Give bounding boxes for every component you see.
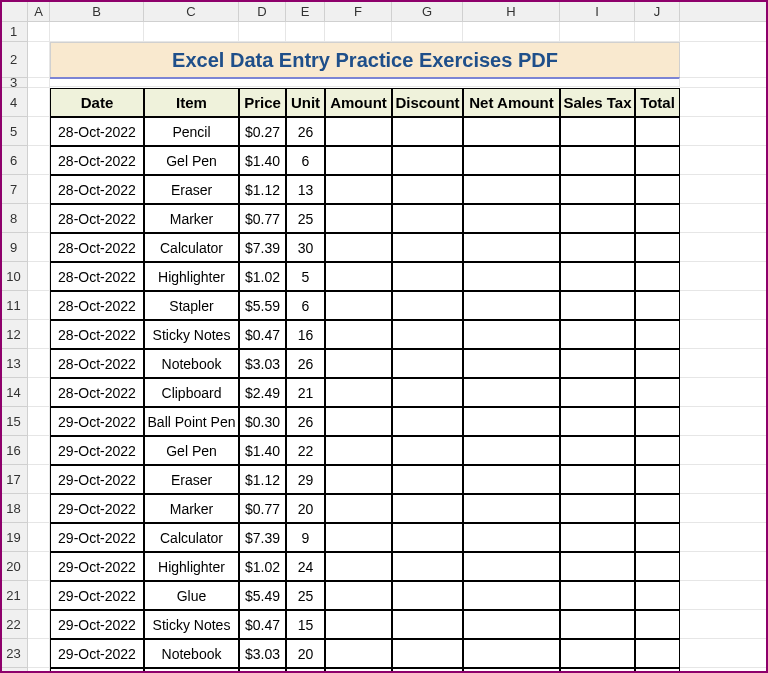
cell-unit[interactable]: 9 bbox=[286, 523, 325, 552]
row-head-17[interactable]: 17 bbox=[2, 465, 28, 494]
cell-item[interactable]: Calculator bbox=[144, 233, 239, 262]
cell-date[interactable]: 29-Oct-2022 bbox=[50, 436, 144, 465]
cell-empty[interactable] bbox=[635, 465, 680, 494]
cell-empty[interactable] bbox=[325, 494, 392, 523]
row-head-15[interactable]: 15 bbox=[2, 407, 28, 436]
cell-empty[interactable] bbox=[635, 523, 680, 552]
cell-empty[interactable] bbox=[392, 291, 463, 320]
cell-A23[interactable] bbox=[28, 639, 50, 668]
cell-empty[interactable] bbox=[463, 291, 560, 320]
cell-A11[interactable] bbox=[28, 291, 50, 320]
cell-empty[interactable] bbox=[635, 291, 680, 320]
cell-empty[interactable] bbox=[635, 407, 680, 436]
cell-empty[interactable] bbox=[463, 581, 560, 610]
cell-item[interactable]: Eraser bbox=[144, 175, 239, 204]
cell-price[interactable]: $0.47 bbox=[239, 320, 286, 349]
cell-A14[interactable] bbox=[28, 378, 50, 407]
cell-empty[interactable] bbox=[560, 610, 635, 639]
cell-unit[interactable]: 5 bbox=[286, 262, 325, 291]
cell-A3[interactable] bbox=[28, 78, 50, 88]
cell-blank[interactable] bbox=[392, 22, 463, 42]
cell-pad-15[interactable] bbox=[680, 407, 768, 436]
header-amount[interactable]: Amount bbox=[325, 88, 392, 117]
cell-unit[interactable]: 21 bbox=[286, 378, 325, 407]
row-head-20[interactable]: 20 bbox=[2, 552, 28, 581]
cell-empty[interactable] bbox=[325, 262, 392, 291]
cell-empty[interactable] bbox=[560, 233, 635, 262]
header-price[interactable]: Price bbox=[239, 88, 286, 117]
cell-unit[interactable]: 6 bbox=[286, 291, 325, 320]
cell-empty[interactable] bbox=[325, 668, 392, 673]
cell-item[interactable]: Glue bbox=[144, 581, 239, 610]
row-head-18[interactable]: 18 bbox=[2, 494, 28, 523]
cell-empty[interactable] bbox=[325, 320, 392, 349]
cell-empty[interactable] bbox=[635, 436, 680, 465]
cell-pad-17[interactable] bbox=[680, 465, 768, 494]
cell-pad-20[interactable] bbox=[680, 552, 768, 581]
header-item[interactable]: Item bbox=[144, 88, 239, 117]
cell-blank[interactable] bbox=[560, 22, 635, 42]
cell-pad-11[interactable] bbox=[680, 291, 768, 320]
cell-pad-21[interactable] bbox=[680, 581, 768, 610]
cell-date[interactable]: 28-Oct-2022 bbox=[50, 349, 144, 378]
cell-empty[interactable] bbox=[325, 204, 392, 233]
cell-empty[interactable] bbox=[392, 378, 463, 407]
cell-date[interactable]: 29-Oct-2022 bbox=[50, 639, 144, 668]
cell-empty[interactable] bbox=[325, 175, 392, 204]
cell-pad-24[interactable] bbox=[680, 668, 768, 673]
cell-price[interactable]: $7.39 bbox=[239, 233, 286, 262]
cell-empty[interactable] bbox=[392, 117, 463, 146]
row-head-7[interactable]: 7 bbox=[2, 175, 28, 204]
row-head-19[interactable]: 19 bbox=[2, 523, 28, 552]
row-head-23[interactable]: 23 bbox=[2, 639, 28, 668]
cell-blank[interactable] bbox=[144, 22, 239, 42]
cell-A7[interactable] bbox=[28, 175, 50, 204]
cell-item[interactable]: Eraser bbox=[144, 465, 239, 494]
cell-empty[interactable] bbox=[560, 668, 635, 673]
cell-unit[interactable]: 6 bbox=[286, 146, 325, 175]
cell-empty[interactable] bbox=[392, 494, 463, 523]
cell-item[interactable]: Highlighter bbox=[144, 552, 239, 581]
cell-item[interactable]: Gel Pen bbox=[144, 436, 239, 465]
cell-item[interactable]: Sticky Notes bbox=[144, 320, 239, 349]
cell-blank[interactable] bbox=[286, 22, 325, 42]
cell-A16[interactable] bbox=[28, 436, 50, 465]
cell-empty[interactable] bbox=[392, 523, 463, 552]
cell-pad-18[interactable] bbox=[680, 494, 768, 523]
cell-date[interactable]: 29-Oct-2022 bbox=[50, 668, 144, 673]
cell-A5[interactable] bbox=[28, 117, 50, 146]
cell-empty[interactable] bbox=[560, 291, 635, 320]
cell-pad-5[interactable] bbox=[680, 117, 768, 146]
row-head-16[interactable]: 16 bbox=[2, 436, 28, 465]
row-head-13[interactable]: 13 bbox=[2, 349, 28, 378]
cell-pad-7[interactable] bbox=[680, 175, 768, 204]
cell-empty[interactable] bbox=[560, 146, 635, 175]
cell-unit[interactable]: 20 bbox=[286, 494, 325, 523]
cell-price[interactable]: $3.03 bbox=[239, 349, 286, 378]
cell-price[interactable]: $1.12 bbox=[239, 175, 286, 204]
cell-empty[interactable] bbox=[463, 233, 560, 262]
row-head-4[interactable]: 4 bbox=[2, 88, 28, 117]
cell-empty[interactable] bbox=[560, 204, 635, 233]
col-head-J[interactable]: J bbox=[635, 2, 680, 22]
cell-empty[interactable] bbox=[392, 407, 463, 436]
row-head-3[interactable]: 3 bbox=[2, 78, 28, 88]
cell-empty[interactable] bbox=[635, 668, 680, 673]
cell-empty[interactable] bbox=[392, 639, 463, 668]
cell-empty[interactable] bbox=[463, 523, 560, 552]
cell-unit[interactable]: 29 bbox=[286, 465, 325, 494]
cell-empty[interactable] bbox=[560, 407, 635, 436]
cell-empty[interactable] bbox=[560, 175, 635, 204]
row-head-14[interactable]: 14 bbox=[2, 378, 28, 407]
cell-date[interactable]: 28-Oct-2022 bbox=[50, 233, 144, 262]
cell-A6[interactable] bbox=[28, 146, 50, 175]
cell-date[interactable]: 29-Oct-2022 bbox=[50, 494, 144, 523]
cell-date[interactable]: 28-Oct-2022 bbox=[50, 291, 144, 320]
cell-price[interactable]: $1.40 bbox=[239, 436, 286, 465]
header-net-amount[interactable]: Net Amount bbox=[463, 88, 560, 117]
cell-empty[interactable] bbox=[325, 117, 392, 146]
cell-A20[interactable] bbox=[28, 552, 50, 581]
cell-empty[interactable] bbox=[463, 668, 560, 673]
cell-empty[interactable] bbox=[463, 610, 560, 639]
col-head-E[interactable]: E bbox=[286, 2, 325, 22]
